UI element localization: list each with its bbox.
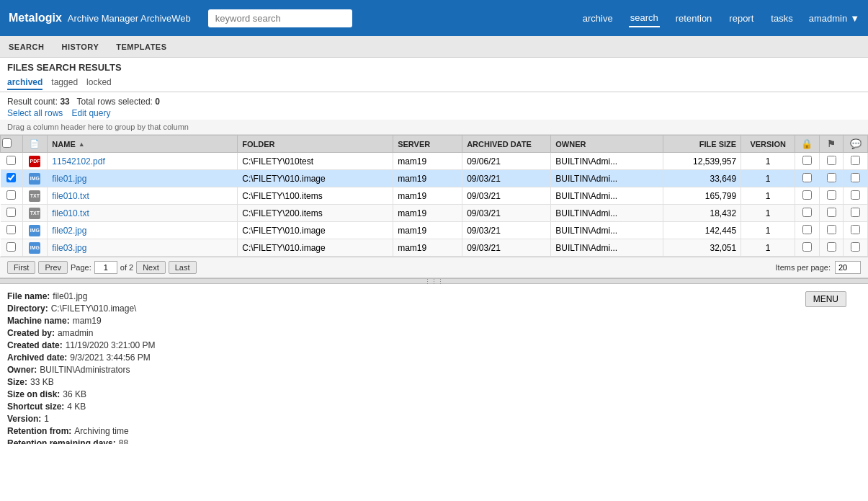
row-flag-cell[interactable] xyxy=(819,170,844,187)
row-checkbox-cell[interactable] xyxy=(1,222,23,239)
nav-search[interactable]: search xyxy=(629,9,660,27)
menu-button[interactable]: MENU xyxy=(805,291,846,307)
row-flag-cell[interactable] xyxy=(819,205,844,222)
row-checkbox[interactable] xyxy=(6,190,16,200)
pdf-icon: PDF xyxy=(29,156,40,167)
table-row[interactable]: TXT file010.txt C:\FILETY\200.items mam1… xyxy=(1,205,868,222)
nav-report[interactable]: report xyxy=(728,10,755,27)
row-checkbox[interactable] xyxy=(6,173,16,182)
keyword-search-box[interactable] xyxy=(208,9,352,27)
prev-page-button[interactable]: Prev xyxy=(38,261,68,274)
row-checkbox[interactable] xyxy=(6,208,16,217)
panel-splitter[interactable]: ⋮⋮⋮ xyxy=(0,278,868,284)
row-lock-checkbox[interactable] xyxy=(802,225,812,234)
filter-tab-archived[interactable]: archived xyxy=(7,76,42,90)
row-name[interactable]: file010.txt xyxy=(48,187,238,205)
row-name[interactable]: file03.jpg xyxy=(48,239,238,257)
th-archived-date[interactable]: ARCHIVED DATE xyxy=(462,136,551,153)
row-flag-checkbox[interactable] xyxy=(827,242,836,252)
th-file-size[interactable]: FILE SIZE xyxy=(663,136,741,153)
pagination-right: Items per page: xyxy=(776,261,861,274)
row-checkbox-cell[interactable] xyxy=(1,239,23,257)
row-checkbox-cell[interactable] xyxy=(1,205,23,222)
result-count-value: 33 xyxy=(60,97,69,107)
row-name[interactable]: 11542102.pdf xyxy=(48,153,238,170)
row-comment-checkbox[interactable] xyxy=(851,190,860,200)
table-row[interactable]: TXT file010.txt C:\FILETY\100.items mam1… xyxy=(1,187,868,205)
result-actions: Select all rows Edit query xyxy=(7,108,861,118)
edit-query-link[interactable]: Edit query xyxy=(71,108,110,118)
nav-retention[interactable]: retention xyxy=(674,10,714,27)
th-name[interactable]: NAME ▲ xyxy=(48,136,238,153)
row-checkbox[interactable] xyxy=(6,225,16,234)
row-flag-checkbox[interactable] xyxy=(827,156,836,165)
row-lock-checkbox[interactable] xyxy=(802,190,812,200)
row-size: 18,432 xyxy=(663,205,741,222)
keyword-search-input[interactable] xyxy=(208,9,352,27)
row-flag-cell[interactable] xyxy=(819,239,844,257)
th-server[interactable]: SERVER xyxy=(393,136,462,153)
row-lock-cell[interactable] xyxy=(795,187,820,205)
row-flag-checkbox[interactable] xyxy=(827,208,836,217)
subnav-search[interactable]: SEARCH xyxy=(7,40,45,54)
table-row[interactable]: PDF 11542102.pdf C:\FILETY\010test mam19… xyxy=(1,153,868,170)
row-comment-checkbox[interactable] xyxy=(851,156,860,165)
next-page-button[interactable]: Next xyxy=(136,261,166,274)
row-name[interactable]: file010.txt xyxy=(48,205,238,222)
row-comment-cell[interactable] xyxy=(844,222,868,239)
row-name[interactable]: file01.jpg xyxy=(48,170,238,187)
row-lock-checkbox[interactable] xyxy=(802,156,812,165)
subnav-templates[interactable]: TEMPLATES xyxy=(115,40,168,54)
table-row[interactable]: IMG file01.jpg C:\FILETY\010.image mam19… xyxy=(1,170,868,187)
row-flag-cell[interactable] xyxy=(819,187,844,205)
table-row[interactable]: IMG file03.jpg C:\FILETY\010.image mam19… xyxy=(1,239,868,257)
row-lock-cell[interactable] xyxy=(795,239,820,257)
row-comment-cell[interactable] xyxy=(844,153,868,170)
row-lock-cell[interactable] xyxy=(795,153,820,170)
row-comment-cell[interactable] xyxy=(844,239,868,257)
nav-admin[interactable]: amadmin ▼ xyxy=(809,13,859,24)
row-lock-cell[interactable] xyxy=(795,170,820,187)
subnav-history[interactable]: HISTORY xyxy=(60,40,100,54)
table-row[interactable]: IMG file02.jpg C:\FILETY\010.image mam19… xyxy=(1,222,868,239)
row-comment-checkbox[interactable] xyxy=(851,173,860,182)
nav-archive[interactable]: archive xyxy=(581,10,614,27)
row-lock-checkbox[interactable] xyxy=(802,208,812,217)
detail-label: Owner: xyxy=(7,365,37,375)
row-lock-cell[interactable] xyxy=(795,222,820,239)
select-all-rows-link[interactable]: Select all rows xyxy=(7,108,63,118)
th-checkbox[interactable] xyxy=(1,136,23,153)
th-owner[interactable]: OWNER xyxy=(551,136,663,153)
row-lock-cell[interactable] xyxy=(795,205,820,222)
last-page-button[interactable]: Last xyxy=(169,261,197,274)
th-version[interactable]: VERSION xyxy=(741,136,795,153)
select-all-checkbox[interactable] xyxy=(2,138,12,148)
th-lock: 🔒 xyxy=(795,136,820,153)
row-flag-checkbox[interactable] xyxy=(827,225,836,234)
row-flag-cell[interactable] xyxy=(819,222,844,239)
row-flag-checkbox[interactable] xyxy=(827,190,836,200)
row-checkbox[interactable] xyxy=(6,242,16,252)
row-checkbox-cell[interactable] xyxy=(1,153,23,170)
row-lock-checkbox[interactable] xyxy=(802,173,812,182)
row-lock-checkbox[interactable] xyxy=(802,242,812,252)
items-per-page-input[interactable] xyxy=(835,261,861,274)
row-flag-checkbox[interactable] xyxy=(827,173,836,182)
row-flag-cell[interactable] xyxy=(819,153,844,170)
page-number-input[interactable] xyxy=(94,261,117,274)
row-comment-checkbox[interactable] xyxy=(851,208,860,217)
th-folder[interactable]: FOLDER xyxy=(238,136,393,153)
row-comment-cell[interactable] xyxy=(844,187,868,205)
nav-tasks[interactable]: tasks xyxy=(769,10,794,27)
row-comment-cell[interactable] xyxy=(844,205,868,222)
row-comment-cell[interactable] xyxy=(844,170,868,187)
first-page-button[interactable]: First xyxy=(7,261,35,274)
row-checkbox-cell[interactable] xyxy=(1,187,23,205)
row-checkbox[interactable] xyxy=(6,156,16,165)
filter-tab-locked[interactable]: locked xyxy=(86,76,112,90)
row-checkbox-cell[interactable] xyxy=(1,170,23,187)
row-comment-checkbox[interactable] xyxy=(851,225,860,234)
row-name[interactable]: file02.jpg xyxy=(48,222,238,239)
row-comment-checkbox[interactable] xyxy=(851,242,860,252)
filter-tab-tagged[interactable]: tagged xyxy=(51,76,78,90)
